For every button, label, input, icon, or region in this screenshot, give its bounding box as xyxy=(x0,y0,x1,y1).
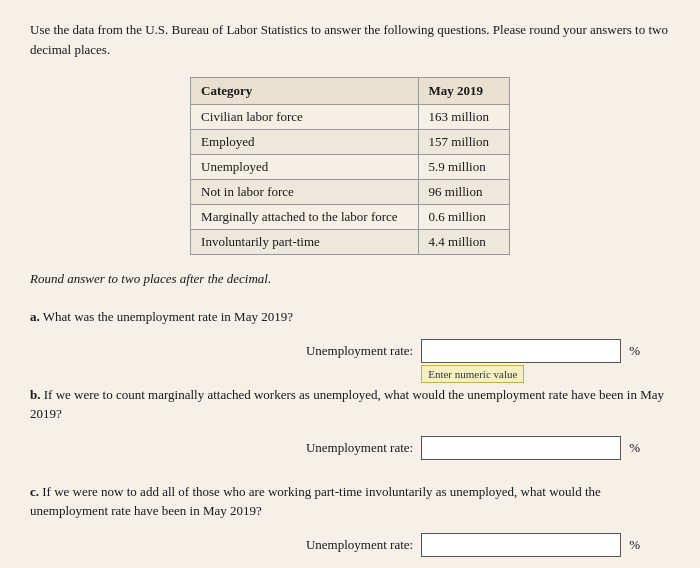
question-c-block: c. If we were now to add all of those wh… xyxy=(30,482,670,557)
question-b-input-wrapper xyxy=(421,436,621,460)
table-cell-category: Not in labor force xyxy=(191,180,419,205)
table-cell-category: Involuntarily part-time xyxy=(191,230,419,255)
question-c-input[interactable] xyxy=(421,533,621,557)
table-row: Marginally attached to the labor force0.… xyxy=(191,205,510,230)
col-header-may2019: May 2019 xyxy=(418,78,509,105)
question-a-answer-row: Unemployment rate: Enter numeric value % xyxy=(30,339,670,363)
question-a-input[interactable] xyxy=(421,339,621,363)
table-cell-value: 4.4 million xyxy=(418,230,509,255)
table-cell-value: 96 million xyxy=(418,180,509,205)
table-row: Involuntarily part-time4.4 million xyxy=(191,230,510,255)
question-b-answer-row: Unemployment rate: % xyxy=(30,436,670,460)
question-b-text: b. If we were to count marginally attach… xyxy=(30,385,670,424)
question-a-label: a. xyxy=(30,309,40,324)
question-b-label: b. xyxy=(30,387,40,402)
table-cell-value: 163 million xyxy=(418,105,509,130)
table-cell-category: Employed xyxy=(191,130,419,155)
intro-text: Use the data from the U.S. Bureau of Lab… xyxy=(30,20,670,59)
question-b-input[interactable] xyxy=(421,436,621,460)
question-a-percent: % xyxy=(629,339,640,363)
question-b-block: b. If we were to count marginally attach… xyxy=(30,385,670,460)
table-row: Civilian labor force163 million xyxy=(191,105,510,130)
data-table-container: Category May 2019 Civilian labor force16… xyxy=(30,77,670,255)
table-row: Unemployed5.9 million xyxy=(191,155,510,180)
table-row: Not in labor force96 million xyxy=(191,180,510,205)
table-cell-category: Unemployed xyxy=(191,155,419,180)
question-c-text: c. If we were now to add all of those wh… xyxy=(30,482,670,521)
question-c-answer-row: Unemployment rate: % xyxy=(30,533,670,557)
table-row: Employed157 million xyxy=(191,130,510,155)
question-a-input-wrapper: Enter numeric value xyxy=(421,339,621,363)
table-cell-category: Civilian labor force xyxy=(191,105,419,130)
question-b-percent: % xyxy=(629,436,640,460)
question-b-answer-label: Unemployment rate: xyxy=(306,436,413,460)
table-cell-value: 157 million xyxy=(418,130,509,155)
question-c-label: c. xyxy=(30,484,39,499)
question-c-percent: % xyxy=(629,533,640,557)
question-a-tooltip: Enter numeric value xyxy=(421,365,524,383)
question-a-answer-label: Unemployment rate: xyxy=(306,339,413,363)
table-cell-value: 5.9 million xyxy=(418,155,509,180)
question-a-block: a. What was the unemployment rate in May… xyxy=(30,307,670,363)
question-c-answer-label: Unemployment rate: xyxy=(306,533,413,557)
table-cell-category: Marginally attached to the labor force xyxy=(191,205,419,230)
col-header-category: Category xyxy=(191,78,419,105)
table-cell-value: 0.6 million xyxy=(418,205,509,230)
question-c-input-wrapper xyxy=(421,533,621,557)
round-note: Round answer to two places after the dec… xyxy=(30,271,670,287)
question-a-text: a. What was the unemployment rate in May… xyxy=(30,307,670,327)
data-table: Category May 2019 Civilian labor force16… xyxy=(190,77,510,255)
